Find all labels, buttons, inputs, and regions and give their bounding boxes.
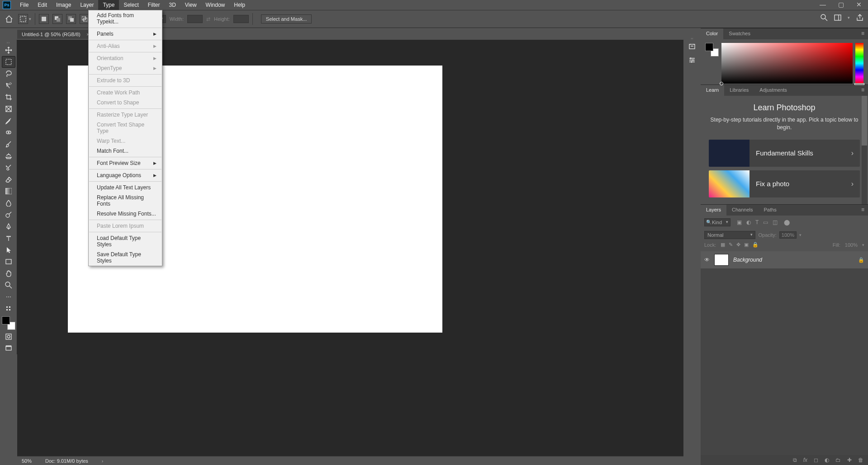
eraser-tool[interactable] xyxy=(2,174,15,185)
menu-view[interactable]: View xyxy=(180,0,201,10)
layer-mask-icon[interactable]: ◻ xyxy=(814,457,818,463)
lock-transparency-icon[interactable]: ▦ xyxy=(721,242,725,248)
menu-filter[interactable]: Filter xyxy=(143,0,165,10)
brush-tool[interactable] xyxy=(2,138,15,150)
tab-channels[interactable]: Channels xyxy=(726,205,758,216)
lock-pixels-icon[interactable]: ✎ xyxy=(729,242,733,248)
menu-type[interactable]: Type xyxy=(98,0,119,10)
hand-tool[interactable] xyxy=(2,268,15,279)
workspace-icon[interactable] xyxy=(834,14,841,21)
edit-toolbar-icon[interactable] xyxy=(2,303,15,315)
menu-file[interactable]: File xyxy=(15,0,33,10)
pen-tool[interactable] xyxy=(2,221,15,232)
layer-row[interactable]: 👁 Background 🔒 xyxy=(701,251,868,268)
selection-icon[interactable] xyxy=(18,14,28,24)
new-fill-icon[interactable]: ◐ xyxy=(825,457,829,463)
foreground-background-colors[interactable] xyxy=(2,316,15,330)
select-and-mask-button[interactable]: Select and Mask... xyxy=(261,14,312,23)
menu-window[interactable]: Window xyxy=(201,0,230,10)
tab-libraries[interactable]: Libraries xyxy=(724,85,754,96)
crop-tool[interactable] xyxy=(2,91,15,103)
menuitem-add-fonts-from-typekit[interactable]: Add Fonts from Typekit... xyxy=(89,10,162,27)
status-chevron-icon[interactable]: › xyxy=(102,458,104,464)
tab-color[interactable]: Color xyxy=(701,28,723,39)
document-tab[interactable]: Untitled-1 @ 50% (RGB/8) × xyxy=(17,30,93,39)
menuitem-font-preview-size[interactable]: Font Preview Size▶ xyxy=(89,158,162,168)
more-tools[interactable]: ⋯ xyxy=(2,291,15,303)
filter-type-icon[interactable]: T xyxy=(755,219,759,225)
visibility-icon[interactable]: 👁 xyxy=(704,257,710,263)
filter-toggle[interactable]: ⬤ xyxy=(784,219,790,225)
delete-layer-icon[interactable]: 🗑 xyxy=(858,457,863,463)
properties-panel-icon[interactable] xyxy=(687,55,697,66)
add-selection-icon[interactable] xyxy=(52,14,62,24)
spot-healing-tool[interactable] xyxy=(2,127,15,138)
history-brush-tool[interactable] xyxy=(2,162,15,174)
history-panel-icon[interactable] xyxy=(687,41,697,52)
color-panel-menu[interactable]: ≡ xyxy=(858,28,868,39)
menu-select[interactable]: Select xyxy=(119,0,143,10)
new-layer-icon[interactable]: ✚ xyxy=(847,457,852,463)
blur-tool[interactable] xyxy=(2,197,15,209)
menuitem-resolve-missing-fonts[interactable]: Resolve Missing Fonts... xyxy=(89,209,162,219)
height-field[interactable] xyxy=(233,15,249,23)
zoom-level[interactable]: 50% xyxy=(22,458,32,464)
rectangle-tool[interactable] xyxy=(2,256,15,268)
menu-3d[interactable]: 3D xyxy=(164,0,180,10)
filter-shape-icon[interactable]: ▭ xyxy=(763,219,768,225)
menuitem-update-all-text-layers[interactable]: Update All Text Layers xyxy=(89,183,162,193)
lock-artboard-icon[interactable]: ▣ xyxy=(744,242,749,248)
color-fg-bg[interactable] xyxy=(705,43,719,56)
zoom-tool[interactable] xyxy=(2,279,15,291)
menuitem-save-default-type-styles[interactable]: Save Default Type Styles xyxy=(89,249,162,266)
clone-stamp-tool[interactable] xyxy=(2,150,15,162)
tab-layers[interactable]: Layers xyxy=(701,205,726,216)
screen-mode-icon[interactable] xyxy=(2,343,15,354)
rectangular-marquee-tool[interactable] xyxy=(2,56,15,68)
hue-slider[interactable] xyxy=(855,43,863,84)
learn-panel-menu[interactable]: ≡ xyxy=(858,85,868,96)
tab-learn[interactable]: Learn xyxy=(701,85,724,96)
layer-thumbnail[interactable] xyxy=(714,254,729,266)
layer-lock-icon[interactable]: 🔒 xyxy=(858,257,864,263)
filter-adjust-icon[interactable]: ◐ xyxy=(746,219,751,225)
subtract-selection-icon[interactable] xyxy=(66,14,76,24)
menuitem-match-font[interactable]: Match Font... xyxy=(89,146,162,156)
menu-edit[interactable]: Edit xyxy=(33,0,52,10)
doc-info[interactable]: Doc: 9.01M/0 bytes xyxy=(45,458,88,464)
eyedropper-tool[interactable] xyxy=(2,115,15,127)
learn-card-fixphoto[interactable]: Fix a photo › xyxy=(709,170,860,197)
new-group-icon[interactable]: 🗀 xyxy=(835,457,841,463)
toolbox-grip[interactable]: ›› xyxy=(0,41,17,44)
layer-filter-kind[interactable]: Kind xyxy=(704,218,730,226)
layer-style-icon[interactable]: fx xyxy=(803,457,807,463)
move-tool[interactable] xyxy=(2,44,15,56)
opacity-field[interactable]: 100% xyxy=(779,231,797,239)
filter-pixel-icon[interactable]: ▣ xyxy=(737,219,742,225)
tab-swatches[interactable]: Swatches xyxy=(723,28,756,39)
menu-help[interactable]: Help xyxy=(229,0,250,10)
panel-grip[interactable]: ‹‹ xyxy=(691,37,693,38)
width-field[interactable] xyxy=(187,15,203,23)
minimize-button[interactable]: — xyxy=(814,0,832,9)
menuitem-language-options[interactable]: Language Options▶ xyxy=(89,170,162,180)
layers-panel-menu[interactable]: ≡ xyxy=(858,205,868,216)
tab-adjustments[interactable]: Adjustments xyxy=(754,85,792,96)
blend-mode-dropdown[interactable]: Normal xyxy=(704,231,755,239)
menu-layer[interactable]: Layer xyxy=(76,0,98,10)
swap-wh-icon[interactable]: ⇄ xyxy=(206,16,210,22)
search-icon[interactable] xyxy=(821,14,828,21)
gradient-tool[interactable] xyxy=(2,185,15,197)
menu-image[interactable]: Image xyxy=(52,0,76,10)
learn-scrollthumb[interactable] xyxy=(862,96,867,146)
share-icon[interactable] xyxy=(856,14,863,21)
menuitem-panels[interactable]: Panels▶ xyxy=(89,29,162,39)
quick-selection-tool[interactable] xyxy=(2,80,15,91)
quick-mask-icon[interactable] xyxy=(2,331,15,343)
tab-paths[interactable]: Paths xyxy=(759,205,782,216)
fill-field[interactable]: 100% xyxy=(845,242,858,248)
dodge-tool[interactable] xyxy=(2,209,15,221)
learn-card-fundamentals[interactable]: Fundamental Skills › xyxy=(709,140,860,167)
home-button[interactable] xyxy=(4,14,14,24)
saturation-value-picker[interactable] xyxy=(721,43,853,84)
